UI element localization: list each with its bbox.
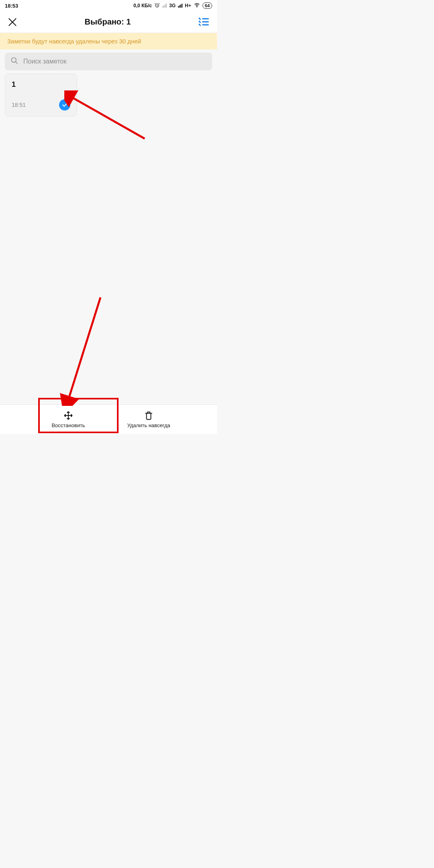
svg-line-4: [68, 297, 100, 400]
note-card[interactable]: 1 18:51: [5, 74, 77, 117]
select-all-icon[interactable]: [198, 15, 210, 29]
annotation-arrow-2: [56, 293, 108, 406]
status-speed: 0,0 КБ/с: [133, 3, 152, 8]
header-title: Выбрано: 1: [18, 17, 198, 27]
note-title: 1: [12, 80, 70, 89]
note-time: 18:51: [12, 102, 26, 108]
status-net2: H+: [185, 3, 191, 8]
delete-label: Удалить навсегда: [127, 422, 170, 428]
selection-header: Выбрано: 1: [0, 11, 217, 33]
banner-text: Заметки будут навсегда удалены через 30 …: [7, 38, 141, 45]
annotation-box: [38, 398, 119, 433]
trash-icon: [143, 410, 154, 421]
svg-line-3: [70, 96, 145, 139]
wifi-icon: [194, 2, 200, 10]
status-bar: 18:53 0,0 КБ/с 3G H+ 64: [0, 0, 217, 11]
svg-point-1: [197, 6, 197, 7]
svg-point-2: [12, 58, 16, 63]
checkmark-icon[interactable]: [59, 99, 70, 111]
status-net1: 3G: [169, 3, 176, 8]
signal-2-icon: [178, 4, 182, 8]
search-input[interactable]: [23, 58, 207, 65]
battery-indicator: 64: [203, 2, 212, 9]
alarm-icon: [154, 2, 160, 9]
search-bar[interactable]: [5, 53, 212, 70]
close-icon[interactable]: [7, 17, 18, 27]
search-icon: [10, 57, 18, 66]
signal-1-icon: [162, 4, 167, 8]
trash-banner: Заметки будут навсегда удалены через 30 …: [0, 33, 217, 49]
status-time: 18:53: [5, 3, 18, 9]
delete-forever-button[interactable]: Удалить навсегда: [115, 410, 183, 428]
